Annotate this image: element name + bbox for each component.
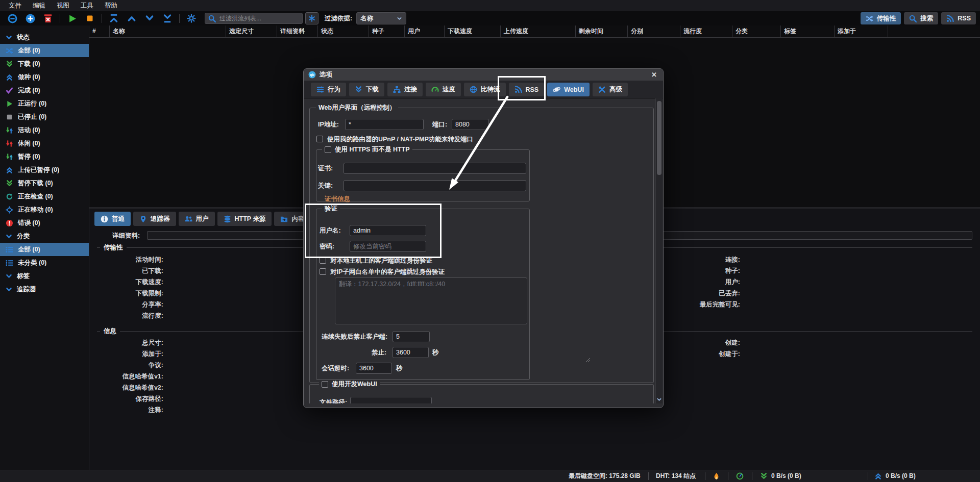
- info-section-title: 信息: [104, 327, 116, 336]
- sidebar-item-all[interactable]: 全部 (0): [0, 44, 89, 57]
- sidebar-section-title: 状态: [17, 33, 30, 42]
- column-header-4[interactable]: 状态: [318, 26, 369, 37]
- sidebar-section-categories[interactable]: 分类: [0, 230, 89, 243]
- bypass-whitelist-checkbox[interactable]: [320, 268, 326, 275]
- sidebar-section-status[interactable]: 状态: [0, 31, 89, 44]
- search-input[interactable]: [218, 14, 299, 22]
- sidebar-item-label: 正在检查 (0): [18, 192, 53, 201]
- sidebar-item-active[interactable]: 活动 (0): [0, 123, 89, 137]
- options-tab-downloads[interactable]: 下载: [349, 83, 384, 96]
- options-tab-bittorrent[interactable]: 比特流: [464, 83, 506, 96]
- column-header-5[interactable]: 种子: [369, 26, 405, 37]
- ban-for-label: 禁止:: [372, 347, 386, 358]
- column-header-9[interactable]: 剩余时间: [576, 26, 628, 37]
- menu-edit[interactable]: 编辑: [27, 0, 51, 11]
- scroll-down-arrow-icon[interactable]: [656, 397, 662, 402]
- key-input[interactable]: [344, 180, 526, 191]
- column-header-11[interactable]: 流行度: [680, 26, 732, 37]
- session-timeout-input[interactable]: [356, 363, 392, 374]
- column-header-14[interactable]: 添加于: [835, 26, 888, 37]
- transfers-view-button[interactable]: 传输性: [861, 12, 901, 24]
- options-tab-behavior[interactable]: 行为: [311, 83, 346, 96]
- menu-tools[interactable]: 工具: [75, 0, 99, 11]
- close-icon[interactable]: ✕: [650, 71, 658, 78]
- scrollbar-thumb[interactable]: [657, 101, 662, 175]
- details-tab-http-sources[interactable]: HTTP 来源: [217, 212, 272, 226]
- options-button[interactable]: [185, 12, 198, 24]
- delete-torrent-button[interactable]: [42, 12, 54, 24]
- connection-flame-icon[interactable]: [713, 472, 720, 481]
- regex-filter-button[interactable]: [305, 12, 318, 24]
- sidebar-item-uncategorized[interactable]: 未分类 (0): [0, 256, 89, 269]
- files-location-input[interactable]: [350, 397, 432, 403]
- sidebar-item-moving[interactable]: 正在移动 (0): [0, 203, 89, 216]
- column-header-6[interactable]: 用户: [405, 26, 445, 37]
- options-tab-rss[interactable]: RSS: [509, 83, 545, 96]
- dialog-title-bar[interactable]: qb 选项 ✕: [304, 69, 663, 81]
- filter-by-dropdown[interactable]: 名称: [356, 12, 406, 24]
- options-tab-connection[interactable]: 连接: [387, 83, 423, 96]
- column-header-0[interactable]: #: [89, 26, 110, 37]
- ban-for-input[interactable]: [393, 347, 429, 358]
- speed-limits-icon[interactable]: [736, 472, 744, 481]
- column-header-1[interactable]: 名称: [110, 26, 226, 37]
- column-header-7[interactable]: 下载速度: [445, 26, 501, 37]
- stop-button[interactable]: [84, 12, 96, 24]
- sidebar-section-trackers[interactable]: 追踪器: [0, 283, 89, 296]
- sidebar-item-running[interactable]: 正运行 (0): [0, 97, 89, 110]
- sidebar-item-download-paused[interactable]: 暂停下载 (0): [0, 176, 89, 190]
- webui-settings-page: Web用户界面（远程控制） IP地址: 端口: 使用我的路由器的UPnP / N…: [304, 98, 656, 403]
- column-header-10[interactable]: 分别: [628, 26, 680, 37]
- sidebar-item-paused[interactable]: 暂停 (0): [0, 150, 89, 163]
- details-tab-trackers[interactable]: 追踪器: [133, 212, 176, 226]
- sidebar-item-completed[interactable]: 完成 (0): [0, 84, 89, 97]
- rss-view-button[interactable]: RSS: [941, 12, 976, 24]
- certificate-input[interactable]: [344, 163, 526, 174]
- ip-whitelist-textarea[interactable]: [335, 277, 527, 324]
- options-tab-speed[interactable]: 速度: [426, 83, 461, 96]
- sidebar-item-inactive[interactable]: 休闲 (0): [0, 137, 89, 150]
- certificate-info-link[interactable]: 证书信息: [325, 193, 350, 205]
- sidebar-item-upload-paused[interactable]: 上传已暂停 (0): [0, 163, 89, 176]
- move-up-button[interactable]: [126, 12, 138, 24]
- sidebar-item-all-categories[interactable]: 全部 (0): [0, 243, 89, 256]
- options-tab-webui[interactable]: WebUI: [547, 83, 590, 96]
- ban-after-input[interactable]: [393, 331, 430, 342]
- move-down-button[interactable]: [143, 12, 156, 24]
- sidebar-item-stopped[interactable]: 已停止 (0): [0, 110, 89, 123]
- options-tab-advanced[interactable]: 高级: [593, 83, 628, 96]
- search-view-button[interactable]: 搜索: [904, 12, 938, 24]
- password-input[interactable]: [350, 241, 426, 252]
- details-tab-peers[interactable]: 用户: [179, 212, 215, 226]
- menu-help[interactable]: 帮助: [99, 0, 123, 11]
- move-top-button[interactable]: [108, 12, 120, 24]
- key-label: 关键:: [318, 180, 333, 191]
- menu-file[interactable]: 文件: [3, 0, 27, 11]
- sidebar-section-tags[interactable]: 标签: [0, 269, 89, 283]
- column-header-12[interactable]: 分类: [732, 26, 781, 37]
- column-header-2[interactable]: 选定尺寸: [226, 26, 277, 37]
- https-checkbox[interactable]: [325, 146, 331, 153]
- username-input[interactable]: [350, 225, 426, 236]
- port-input[interactable]: [452, 119, 489, 130]
- move-bottom-button[interactable]: [161, 12, 174, 24]
- column-header-3[interactable]: 详细资料: [277, 26, 318, 37]
- details-tab-general[interactable]: 普通: [94, 212, 131, 226]
- dialog-scrollbar[interactable]: [655, 98, 663, 403]
- column-header-8[interactable]: 上传速度: [501, 26, 576, 37]
- column-header-13[interactable]: 标签: [781, 26, 835, 37]
- upnp-checkbox[interactable]: [316, 136, 323, 142]
- sidebar-item-seeding[interactable]: 做种 (0): [0, 70, 89, 84]
- sidebar-item-errored[interactable]: 错误 (0): [0, 216, 89, 230]
- add-torrent-link-button[interactable]: [6, 12, 18, 24]
- move-up-icon: [127, 14, 136, 23]
- sidebar-item-downloading[interactable]: 下载 (0): [0, 57, 89, 70]
- sidebar-item-checking[interactable]: 正在检查 (0): [0, 190, 89, 203]
- resume-button[interactable]: [66, 12, 78, 24]
- bypass-localhost-checkbox[interactable]: [320, 257, 326, 264]
- menu-view[interactable]: 视图: [51, 0, 75, 11]
- alt-webui-checkbox[interactable]: [322, 381, 328, 388]
- torrent-filter-search[interactable]: [205, 13, 303, 24]
- ip-address-input[interactable]: [345, 119, 424, 130]
- add-torrent-file-button[interactable]: [24, 12, 36, 24]
